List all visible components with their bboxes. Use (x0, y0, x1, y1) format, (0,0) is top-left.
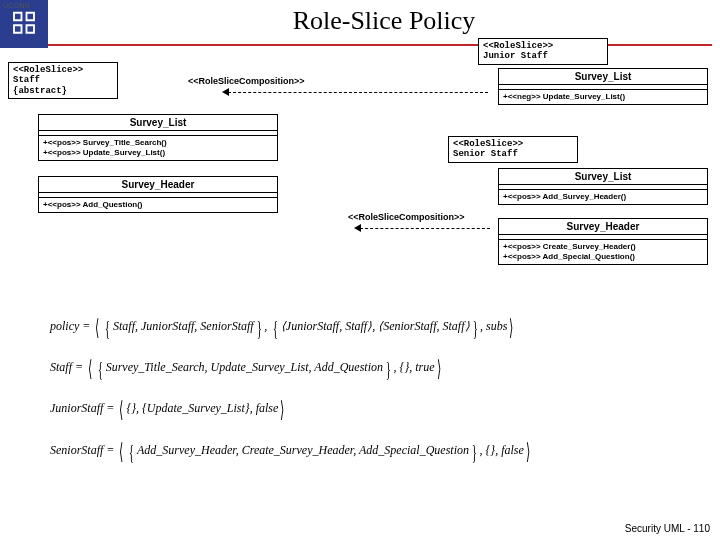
org-label: UCONN (3, 2, 30, 9)
arrowhead-icon (222, 88, 229, 96)
eq-staff: Staff = ⟨{Survey_Title_Search, Update_Su… (50, 351, 700, 386)
arrowhead-icon (354, 224, 361, 232)
stereo-text: <<RoleSlice>> (483, 41, 553, 51)
op: +<<pos>> Add_Special_Question() (503, 252, 635, 261)
role-name: Staff (13, 75, 40, 85)
role-staff: <<RoleSlice>> Staff {abstract} (8, 62, 118, 99)
class-name: Survey_Header (39, 177, 277, 192)
class-survey-list-junior: Survey_List +<<neg>> Update_Survey_List(… (498, 68, 708, 105)
op: +<<pos>> Add_Survey_Header() (499, 190, 707, 204)
op: +<<pos>> Add_Question() (39, 198, 277, 212)
eq-junior: JuniorStaff = ⟨{}, {Update_Survey_List},… (50, 392, 700, 427)
role-senior: <<RoleSlice>> Senior Staff (448, 136, 578, 163)
stereo-text: <<RoleSlice>> (453, 139, 523, 149)
class-name: Survey_List (499, 69, 707, 84)
role-name: Senior Staff (453, 149, 518, 159)
relation-comp-2: <<RoleSliceComposition>> (348, 212, 465, 222)
eq-senior: SeniorStaff = ⟨{Add_Survey_Header, Creat… (50, 434, 700, 469)
slide-footer: Security UML - 110 (625, 523, 710, 534)
class-name: Survey_Header (499, 219, 707, 234)
role-junior: <<RoleSlice>> Junior Staff (478, 38, 608, 65)
op: +<<pos>> Survey_Title_Search() (43, 138, 167, 147)
eq-policy: policy = ⟨{Staff, JuniorStaff, SeniorSta… (50, 310, 700, 345)
diagram-canvas: <<RoleSlice>> Staff {abstract} <<RoleSli… (8, 56, 712, 296)
slide-title: Role-Slice Policy (48, 0, 720, 36)
class-survey-list-senior: Survey_List +<<pos>> Add_Survey_Header() (498, 168, 708, 205)
slide-header: UCONN Role-Slice Policy (0, 0, 720, 48)
op: +<<neg>> Update_Survey_List() (499, 90, 707, 104)
relation-comp-1: <<RoleSliceComposition>> (188, 76, 305, 86)
class-survey-header-staff: Survey_Header +<<pos>> Add_Question() (38, 176, 278, 213)
class-name: Survey_List (39, 115, 277, 130)
dashed-arrow-2 (360, 228, 490, 229)
class-survey-list-staff: Survey_List +<<pos>> Survey_Title_Search… (38, 114, 278, 161)
dashed-arrow-1 (228, 92, 488, 93)
title-underline (48, 44, 712, 46)
role-name: Junior Staff (483, 51, 548, 61)
role-mod: {abstract} (13, 86, 67, 96)
shield-icon (9, 9, 39, 39)
class-name: Survey_List (499, 169, 707, 184)
op: +<<pos>> Update_Survey_List() (43, 148, 165, 157)
op: +<<pos>> Create_Survey_Header() (503, 242, 636, 251)
stereo-text: <<RoleSlice>> (13, 65, 83, 75)
equations-block: policy = ⟨{Staff, JuniorStaff, SeniorSta… (50, 310, 700, 475)
class-survey-header-senior: Survey_Header +<<pos>> Create_Survey_Hea… (498, 218, 708, 265)
